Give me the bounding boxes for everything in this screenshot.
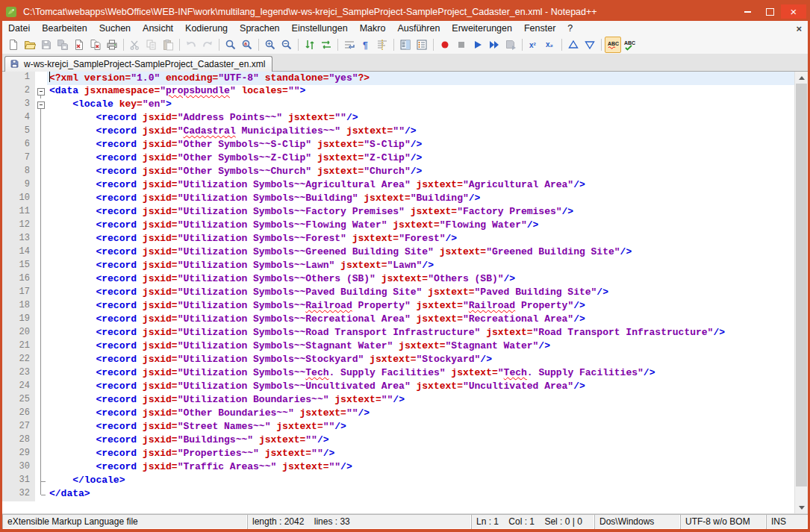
- undo-icon[interactable]: [183, 37, 199, 53]
- superscript-icon[interactable]: x²: [526, 37, 542, 53]
- code-line[interactable]: <record jsxid="Utilization Symbols~~Tech…: [47, 367, 794, 381]
- record-macro-icon[interactable]: [437, 37, 453, 53]
- scroll-up-arrow-icon[interactable]: [795, 72, 808, 84]
- save-macro-icon[interactable]: [502, 37, 519, 53]
- menu-item-fenster[interactable]: Fenster: [518, 21, 561, 36]
- code-line[interactable]: <record jsxid="Other Symbols~~Z-Clip" js…: [47, 152, 794, 166]
- stop-macro-icon[interactable]: [453, 37, 470, 53]
- scroll-down-arrow-icon[interactable]: [795, 501, 808, 513]
- code-line[interactable]: <record jsxid="Other Boundaries~~" jsxte…: [47, 407, 794, 421]
- code-line[interactable]: <record jsxid="Utilization Symbols~~Flow…: [47, 219, 794, 233]
- code-line[interactable]: <record jsxid="Utilization Symbols~~Fore…: [47, 233, 794, 246]
- show-all-characters-icon[interactable]: ¶: [358, 37, 374, 53]
- sync-vertical-scroll-icon[interactable]: [302, 37, 318, 53]
- code-line[interactable]: <record jsxid="Address Points~~" jsxtext…: [47, 112, 794, 125]
- menu-bar: DateiBearbeitenSuchenAnsichtKodierungSpr…: [2, 21, 808, 36]
- code-line[interactable]: <record jsxid="Street Names~~" jsxtext="…: [47, 421, 794, 434]
- code-line[interactable]: <record jsxid="Utilization Symbols~~Othe…: [47, 273, 794, 287]
- code-line[interactable]: <record jsxid="Other Symbols~~Church" js…: [47, 166, 794, 179]
- auto-spellcheck-icon[interactable]: ABC: [605, 37, 621, 53]
- find-icon[interactable]: [222, 37, 239, 53]
- fold-toggle-icon[interactable]: [35, 98, 47, 112]
- zoom-in-icon[interactable]: [262, 37, 278, 53]
- paste-icon[interactable]: [160, 37, 176, 53]
- subscript-icon[interactable]: x₂: [542, 37, 558, 53]
- code-token: jsxid=: [143, 313, 178, 325]
- code-line[interactable]: <record jsxid="Utilization Boundaries~~"…: [47, 394, 794, 407]
- vertical-scrollbar[interactable]: [794, 72, 808, 513]
- code-line[interactable]: <record jsxid="Utilization Symbols~~Agri…: [47, 179, 794, 193]
- menu-item-kodierung[interactable]: Kodierung: [179, 21, 234, 36]
- code-line[interactable]: <record jsxid="Utilization Symbols~~Buil…: [47, 193, 794, 206]
- menu-item-ausfhren[interactable]: Ausführen: [391, 21, 446, 36]
- close-button[interactable]: ×: [781, 4, 806, 19]
- function-list-icon[interactable]: [414, 37, 430, 53]
- menu-item-einstellungen[interactable]: Einstellungen: [286, 21, 354, 36]
- code-line[interactable]: <record jsxid="Utilization Symbols~~Stag…: [47, 340, 794, 354]
- maximize-button[interactable]: [758, 4, 781, 19]
- code-line[interactable]: <record jsxid="Utilization Symbols~~Gree…: [47, 246, 794, 260]
- save-all-icon[interactable]: [54, 37, 71, 53]
- code-line[interactable]: <record jsxid="Utilization Symbols~~Recr…: [47, 313, 794, 327]
- menu-item-ansicht[interactable]: Ansicht: [137, 21, 179, 36]
- notepad-plus-plus-app-icon[interactable]: [5, 6, 19, 18]
- cut-icon[interactable]: [127, 37, 143, 53]
- code-line[interactable]: <?xml version="1.0" encoding="UTF-8" sta…: [47, 72, 794, 85]
- copy-icon[interactable]: [143, 37, 160, 53]
- menu-item-suchen[interactable]: Suchen: [93, 21, 137, 36]
- menu-item-bearbeiten[interactable]: Bearbeiten: [36, 21, 93, 36]
- menu-item-sprachen[interactable]: Sprachen: [234, 21, 286, 36]
- code-line[interactable]: <record jsxid="Properties~~" jsxtext=""/…: [47, 448, 794, 461]
- sync-horizontal-scroll-icon[interactable]: [318, 37, 334, 53]
- code-line[interactable]: </data>: [47, 488, 794, 501]
- minimize-button[interactable]: [736, 4, 758, 19]
- document-map-icon[interactable]: [397, 37, 414, 53]
- code-line[interactable]: <locale key="en">: [47, 98, 794, 112]
- indent-guide-icon[interactable]: [374, 37, 390, 53]
- replace-icon[interactable]: a: [239, 37, 255, 53]
- sort-descending-icon[interactable]: [582, 37, 598, 53]
- status-insert-mode[interactable]: INS: [766, 514, 808, 529]
- menu-item-erweiterungen[interactable]: Erweiterungen: [446, 21, 518, 36]
- title-bar[interactable]: C:\Tomcat\webapps\WebOffice\WEB-INF\work…: [2, 2, 808, 21]
- code-line[interactable]: <record jsxid="Other Symbols~~S-Clip" js…: [47, 139, 794, 152]
- save-icon[interactable]: [38, 37, 54, 53]
- status-eol-format[interactable]: Dos\Windows: [594, 514, 680, 529]
- menu-item-makro[interactable]: Makro: [354, 21, 392, 36]
- run-macro-multiple-icon[interactable]: [486, 37, 502, 53]
- close-file-icon[interactable]: [71, 37, 87, 53]
- editor-line: 28 <record jsxid="Buildings~~" jsxtext="…: [2, 434, 794, 448]
- redo-icon[interactable]: [199, 37, 216, 53]
- code-line[interactable]: <record jsxid="Buildings~~" jsxtext=""/>: [47, 434, 794, 448]
- code-token: [49, 461, 96, 472]
- code-line[interactable]: <record jsxid="Utilization Symbols~~Stoc…: [47, 354, 794, 367]
- play-macro-icon[interactable]: [470, 37, 486, 53]
- scrollbar-thumb[interactable]: [796, 84, 807, 486]
- menu-close-icon[interactable]: ×: [796, 23, 802, 34]
- menu-item-datei[interactable]: Datei: [2, 21, 36, 36]
- close-all-icon[interactable]: [87, 37, 104, 53]
- spellcheck-icon[interactable]: ABC: [621, 37, 638, 53]
- word-wrap-icon[interactable]: [341, 37, 358, 53]
- code-line[interactable]: </locale>: [47, 475, 794, 488]
- fold-toggle-icon[interactable]: [35, 85, 47, 98]
- code-line[interactable]: <record jsxid="Utilization Symbols~~Fact…: [47, 206, 794, 219]
- code-line[interactable]: <record jsxid="Utilization Symbols~~Lawn…: [47, 260, 794, 273]
- code-line[interactable]: <data jsxnamespace="propsbundle" locales…: [47, 85, 794, 98]
- sort-ascending-icon[interactable]: [565, 37, 582, 53]
- new-file-icon[interactable]: [5, 37, 22, 53]
- code-line[interactable]: <record jsxid="Utilization Symbols~~Road…: [47, 327, 794, 340]
- code-line[interactable]: <record jsxid="Cadastral Municipalities~…: [47, 125, 794, 139]
- zoom-out-icon[interactable]: [278, 37, 295, 53]
- status-encoding[interactable]: UTF-8 w/o BOM: [680, 514, 766, 529]
- code-line[interactable]: <record jsxid="Traffic Areas~~" jsxtext=…: [47, 461, 794, 475]
- code-token: [49, 273, 96, 284]
- open-file-icon[interactable]: [22, 37, 38, 53]
- code-line[interactable]: <record jsxid="Utilization Symbols~~Rail…: [47, 300, 794, 313]
- menu-item-help[interactable]: ?: [561, 21, 579, 36]
- document-tab[interactable]: w-ws-krejci_SampleProject-SampleProject_…: [4, 56, 272, 72]
- editor-lines[interactable]: 1<?xml version="1.0" encoding="UTF-8" st…: [2, 72, 794, 513]
- code-line[interactable]: <record jsxid="Utilization Symbols~~Pave…: [47, 287, 794, 300]
- print-icon[interactable]: [104, 37, 120, 53]
- code-line[interactable]: <record jsxid="Utilization Symbols~~Uncu…: [47, 381, 794, 394]
